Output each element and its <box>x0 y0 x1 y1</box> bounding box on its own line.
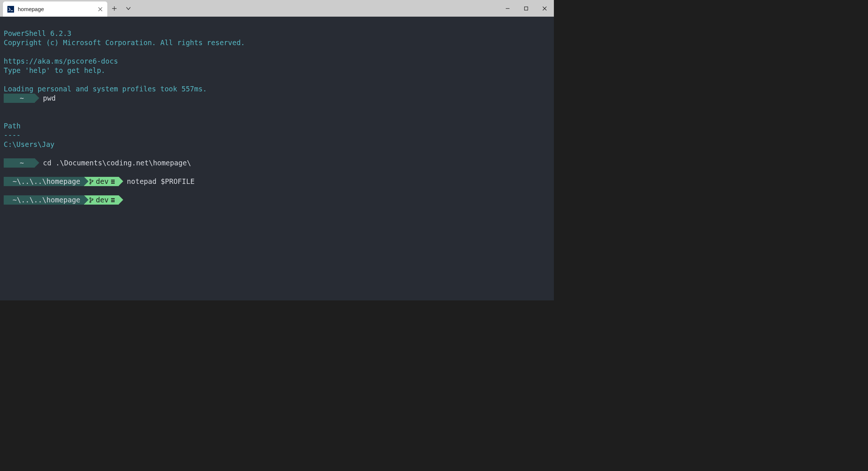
pwd-header: Path <box>4 122 21 130</box>
prompt-line: ~\..\..\homepagedev≡ <box>4 195 550 205</box>
git-branch: dev <box>96 177 108 186</box>
prompt-line: ~\..\..\homepagedev≡notepad $PROFILE <box>4 177 550 186</box>
prompt-path-segment: ~ <box>4 94 35 103</box>
branch-icon <box>89 197 94 203</box>
svg-rect-0 <box>525 7 528 10</box>
banner-line: PowerShell 6.2.3 <box>4 29 71 37</box>
pwd-rule: ---- <box>4 131 21 139</box>
git-status: ≡ <box>111 195 115 205</box>
new-tab-button[interactable] <box>107 0 121 17</box>
titlebar-drag-region[interactable] <box>135 0 498 17</box>
maximize-button[interactable] <box>517 0 535 17</box>
banner-line: Loading personal and system profiles too… <box>4 85 207 93</box>
prompt-path-segment: ~\..\..\homepage <box>4 195 84 205</box>
tab-dropdown-button[interactable] <box>121 0 135 17</box>
prompt-git-segment: dev≡ <box>84 177 119 186</box>
terminal-viewport[interactable]: PowerShell 6.2.3 Copyright (c) Microsoft… <box>0 17 554 300</box>
prompt-path: ~ <box>20 94 24 103</box>
prompt-path: ~\..\..\homepage <box>13 195 80 205</box>
prompt-line: ~cd .\Documents\coding.net\homepage\ <box>4 158 550 168</box>
tab-title: homepage <box>18 6 93 12</box>
svg-point-5 <box>90 201 91 202</box>
minimize-button[interactable] <box>498 0 517 17</box>
prompt-path: ~\..\..\homepage <box>13 177 80 186</box>
git-branch: dev <box>96 195 108 205</box>
prompt-line: ~pwd <box>4 94 550 103</box>
prompt-path-segment: ~ <box>4 158 35 168</box>
prompt-path-segment: ~\..\..\homepage <box>4 177 84 186</box>
blank-line <box>4 112 8 121</box>
tab-strip: homepage <box>0 0 107 17</box>
svg-point-2 <box>90 183 91 184</box>
close-window-button[interactable] <box>535 0 554 17</box>
git-status: ≡ <box>111 177 115 186</box>
prompt-git-segment: dev≡ <box>84 195 119 205</box>
terminal-window: homepage PowerShell 6.2.3 Copyright (c) <box>0 0 554 300</box>
prompt-path: ~ <box>20 158 24 168</box>
tab-homepage[interactable]: homepage <box>3 1 107 17</box>
svg-point-1 <box>90 179 91 180</box>
command-text: notepad $PROFILE <box>119 177 195 186</box>
command-text: cd .\Documents\coding.net\homepage\ <box>35 158 191 168</box>
banner-line: Copyright (c) Microsoft Corporation. All… <box>4 38 245 47</box>
pwd-value: C:\Users\Jay <box>4 140 54 148</box>
svg-point-3 <box>92 180 93 181</box>
tab-controls <box>107 0 135 17</box>
banner-line: Type 'help' to get help. <box>4 66 105 74</box>
blank-line <box>4 149 8 158</box>
svg-point-4 <box>90 198 91 199</box>
title-bar[interactable]: homepage <box>0 0 554 17</box>
tab-close-button[interactable] <box>97 6 104 13</box>
branch-icon <box>89 179 94 185</box>
svg-point-6 <box>92 199 93 200</box>
powershell-icon <box>7 6 14 13</box>
banner-line: https://aka.ms/pscore6-docs <box>4 57 118 65</box>
